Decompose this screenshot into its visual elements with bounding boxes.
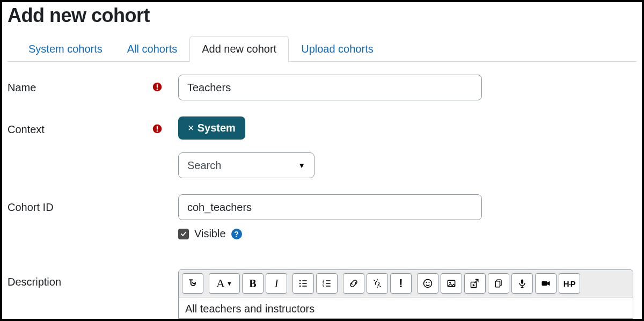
svg-point-2 [157, 89, 158, 90]
image-button[interactable] [441, 273, 462, 294]
numbered-list-button[interactable]: 123 [316, 273, 338, 294]
media-button[interactable] [464, 273, 486, 294]
tab-bar: System cohorts All cohorts Add new cohor… [8, 35, 636, 62]
bullet-list-button[interactable] [292, 273, 314, 294]
label-context: Context [8, 123, 45, 136]
chevron-down-icon: ▼ [298, 161, 305, 170]
tab-add-new-cohort[interactable]: Add new cohort [189, 36, 289, 62]
tab-all-cohorts[interactable]: All cohorts [115, 36, 189, 62]
svg-rect-1 [157, 84, 158, 88]
svg-point-8 [299, 286, 301, 287]
description-editor: A▼ B I 123 [178, 269, 633, 319]
svg-point-14 [429, 282, 430, 283]
label-description: Description [8, 276, 61, 288]
bold-button[interactable]: B [242, 273, 264, 294]
page-title: Add new cohort [8, 4, 636, 27]
svg-point-16 [449, 282, 451, 283]
visible-checkbox[interactable] [178, 229, 189, 239]
microphone-button[interactable] [511, 273, 533, 294]
cohort-id-input[interactable] [178, 194, 482, 220]
name-input[interactable] [178, 75, 482, 100]
svg-point-7 [299, 283, 301, 284]
context-chip-label: System [197, 122, 236, 134]
close-icon: × [188, 122, 194, 134]
font-style-button[interactable]: A▼ [209, 273, 240, 294]
context-search-select[interactable]: Search ▼ [178, 152, 314, 178]
toolbar-toggle-button[interactable] [182, 273, 203, 294]
files-button[interactable] [488, 273, 509, 294]
svg-rect-19 [495, 281, 500, 287]
svg-rect-20 [521, 280, 523, 284]
svg-rect-21 [542, 281, 547, 286]
unlink-button[interactable] [367, 273, 388, 294]
label-name: Name [8, 82, 36, 94]
description-textarea[interactable]: All teachers and instructors [179, 297, 633, 318]
link-button[interactable] [343, 273, 364, 294]
tab-upload-cohorts[interactable]: Upload cohorts [289, 36, 386, 62]
tab-system-cohorts[interactable]: System cohorts [16, 36, 115, 62]
svg-rect-4 [157, 126, 158, 130]
svg-point-6 [299, 280, 301, 282]
context-chip-system[interactable]: × System [178, 116, 245, 140]
italic-button[interactable]: I [266, 273, 287, 294]
exclaim-button[interactable]: ! [390, 273, 412, 294]
help-icon[interactable]: ? [231, 229, 242, 239]
video-button[interactable] [535, 273, 557, 294]
emoji-button[interactable] [417, 273, 438, 294]
label-cohort-id: Cohort ID [8, 201, 54, 214]
editor-toolbar: A▼ B I 123 [179, 270, 633, 297]
svg-text:3: 3 [323, 284, 324, 288]
svg-point-12 [424, 280, 432, 288]
search-placeholder: Search [187, 159, 221, 172]
required-icon [152, 82, 162, 92]
h5p-button[interactable]: H-P [559, 273, 580, 294]
required-icon [152, 124, 162, 134]
svg-point-13 [426, 282, 427, 283]
svg-point-5 [157, 130, 158, 132]
label-visible: Visible [194, 228, 226, 240]
